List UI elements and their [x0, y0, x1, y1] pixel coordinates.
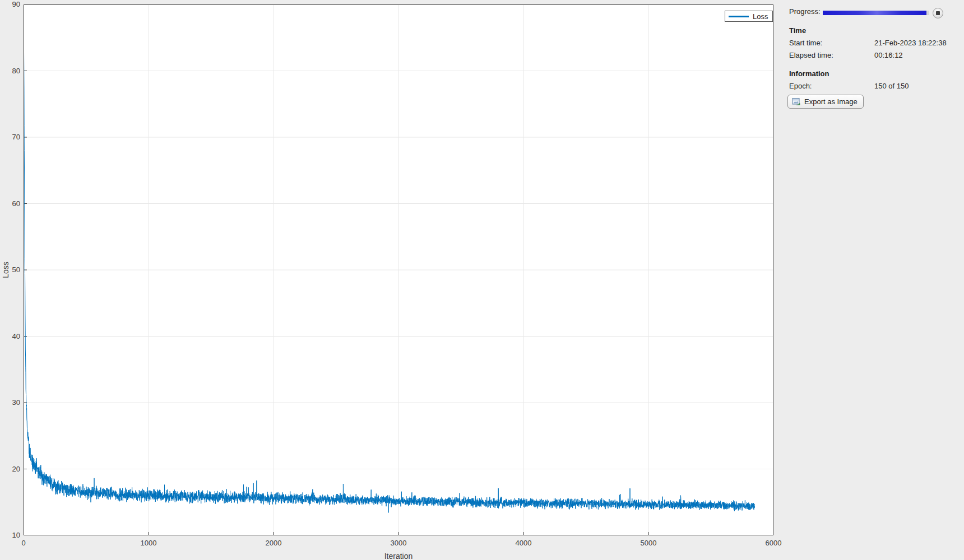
- information-section-heading: Information: [789, 69, 829, 78]
- stop-button[interactable]: [933, 8, 943, 18]
- x-tick-label: 5000: [631, 539, 666, 547]
- training-info-panel: Progress: Time Start time: 21-Feb-2023 1…: [779, 0, 964, 560]
- legend-label: Loss: [753, 12, 768, 21]
- y-tick-label: 40: [2, 333, 20, 340]
- time-section-heading: Time: [789, 26, 806, 35]
- progress-label: Progress:: [789, 7, 821, 16]
- legend-line-sample: [729, 16, 749, 17]
- x-tick-label: 2000: [256, 539, 291, 547]
- start-time-value: 21-Feb-2023 18:22:38: [874, 39, 947, 47]
- elapsed-time-value: 00:16:12: [874, 51, 903, 59]
- x-axis-label: Iteration: [24, 552, 773, 560]
- y-tick-label: 60: [2, 200, 20, 208]
- epoch-value: 150 of 150: [874, 82, 909, 90]
- export-button-label: Export as Image: [804, 97, 858, 106]
- start-time-label: Start time:: [789, 39, 822, 47]
- export-image-icon: [792, 97, 801, 106]
- progress-bar: [823, 11, 929, 15]
- y-tick-label: 80: [2, 67, 20, 75]
- x-tick-label: 4000: [506, 539, 541, 547]
- y-tick-label: 30: [2, 399, 20, 407]
- stop-icon: [936, 11, 940, 15]
- progress-bar-fill: [823, 11, 926, 15]
- export-as-image-button[interactable]: Export as Image: [787, 95, 864, 109]
- y-tick-label: 90: [2, 1, 20, 8]
- training-progress-window: 1020304050607080900100020003000400050006…: [0, 0, 964, 560]
- y-tick-label: 70: [2, 133, 20, 141]
- y-tick-label: 20: [2, 465, 20, 473]
- legend: Loss: [725, 11, 773, 22]
- x-tick-label: 1000: [131, 539, 166, 547]
- epoch-label: Epoch:: [789, 82, 812, 90]
- x-tick-label: 0: [6, 539, 41, 547]
- y-tick-label: 10: [2, 531, 20, 539]
- loss-chart: [24, 4, 773, 535]
- elapsed-time-label: Elapsed time:: [789, 51, 833, 59]
- y-axis-label: Loss: [1, 262, 10, 278]
- x-tick-label: 3000: [381, 539, 416, 547]
